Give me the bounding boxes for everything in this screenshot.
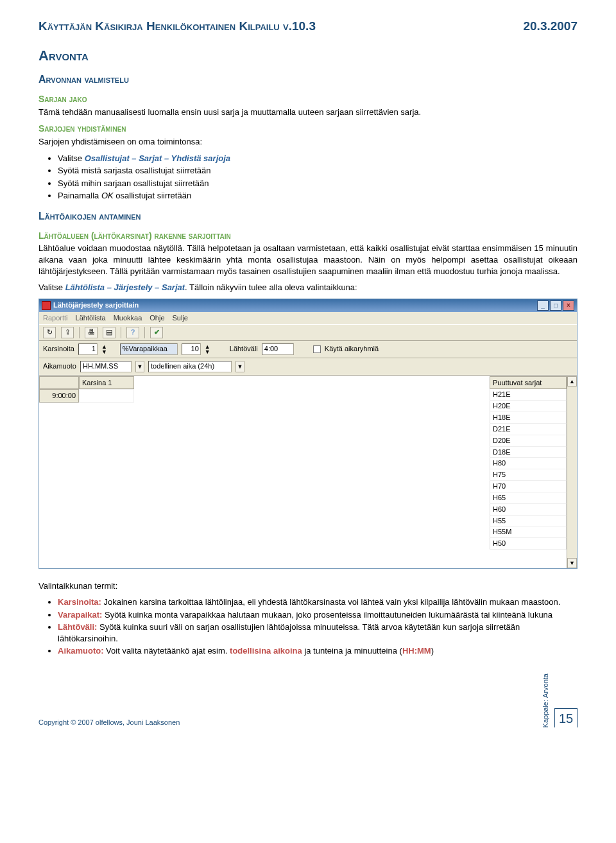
toolbar: ↻ ⇪ 🖶 ▤ ? ✔ [39, 324, 577, 341]
app-icon [42, 301, 51, 310]
minimize-button[interactable]: _ [537, 300, 549, 311]
close-button[interactable]: × [563, 300, 574, 311]
varapaikka-label-box[interactable]: %Varapaikkaa [120, 343, 178, 355]
list-item: Karsinoita: Jokainen karsina tarkoittaa … [58, 596, 578, 608]
lahtoalue-p1: Lähtöalue voidaan muodostaa näytöllä. Tä… [38, 243, 578, 277]
menu-path: Lähtölista – Järjestely – Sarjat [65, 282, 185, 292]
menubar: Raportti Lähtölista Muokkaa Ohje Sulje [39, 312, 577, 324]
export-icon[interactable]: ⇪ [61, 327, 74, 338]
vertical-scrollbar[interactable]: ▲ ▼ [567, 376, 577, 568]
document-header: Käyttäjän Käsikirja Henkilökohtainen Kil… [38, 18, 578, 35]
copyright: Copyright © 2007 olfellows, Jouni Laakso… [38, 718, 180, 727]
aikamuoto-mode-select[interactable]: todellinen aika (24h) [148, 361, 232, 372]
list-item[interactable]: H75 [490, 469, 567, 481]
doc-date: 20.3.2007 [523, 18, 578, 35]
menu-item-muokkaa[interactable]: Muokkaa [114, 313, 142, 323]
varapaikka-input[interactable]: 10 [182, 343, 201, 355]
scroll-up-icon[interactable]: ▲ [567, 376, 577, 387]
col-header-karsina[interactable]: Karsina 1 [79, 376, 134, 390]
chevron-down-icon[interactable]: ▼ [135, 361, 144, 372]
apply-icon[interactable]: ✔ [150, 327, 163, 338]
refresh-icon[interactable]: ↻ [43, 327, 56, 338]
menu-path: Osallistujat – Sarjat – Yhdistä sarjoja [85, 153, 230, 163]
list-item: Painamalla OK osallistujat siirretään [58, 190, 578, 202]
spinner-icon[interactable]: ▲▼ [101, 344, 107, 354]
spinner-icon[interactable]: ▲▼ [205, 344, 210, 354]
list-item: Valitse Osallistujat – Sarjat – Yhdistä … [58, 153, 578, 164]
sarjojen-intro: Sarjojen yhdistämiseen on oma toimintons… [38, 136, 578, 148]
list-item: Syötä mistä sarjasta osallistujat siirre… [58, 165, 578, 177]
params-row-2: Aikamuoto HH.MM.SS ▼ todellinen aika (24… [39, 358, 577, 376]
lahtoalue-p2: Valitse Lähtölista – Järjestely – Sarjat… [38, 282, 578, 293]
label-lahtovali: Lähtöväli [230, 344, 258, 354]
list-item[interactable]: H70 [490, 481, 567, 492]
section-heading-arvonta: Arvonta [38, 46, 578, 65]
embedded-window: Lähtöjärjestely sarjoittain _ □ × Raport… [38, 299, 578, 569]
list-item: Varapaikat: Syötä kuinka monta varapaikk… [58, 609, 578, 621]
heading-lahtoalue: Lähtöalueen (lähtökarsinat) rakenne sarj… [38, 230, 578, 242]
list-item[interactable]: H55M [490, 526, 567, 538]
sarjan-jako-text: Tämä tehdään manuaalisesti luomalla ensi… [38, 107, 578, 118]
list-item[interactable]: H50 [490, 538, 567, 550]
kayta-aikaryhmia-checkbox[interactable] [313, 345, 321, 353]
lahtovali-input[interactable]: 4:00 [262, 343, 294, 355]
karsinoita-input[interactable]: 1 [78, 343, 98, 355]
print-icon[interactable]: 🖶 [85, 327, 98, 338]
list-item[interactable]: H55 [490, 516, 567, 527]
list-item[interactable]: H65 [490, 492, 567, 504]
params-row-1: Karsinoita 1 ▲▼ %Varapaikkaa 10 ▲▼ Lähtö… [39, 341, 577, 358]
heading-sarjan-jako: Sarjan jako [38, 93, 578, 105]
window-title: Lähtöjärjestely sarjoittain [53, 300, 139, 310]
help-icon[interactable]: ? [126, 327, 139, 338]
subsection-lahtoaikojen: Lähtöaikojen antaminen [38, 209, 578, 223]
list-item[interactable]: H18E [490, 412, 567, 424]
kappale-sidebar: Kappale: Arvonta [541, 672, 551, 727]
term-label: Lähtöväli: [58, 622, 97, 632]
list-item: Aikamuoto: Voit valita näytetäänkö ajat … [58, 645, 578, 657]
page-footer: Copyright © 2007 olfellows, Jouni Laakso… [38, 672, 578, 727]
list-item: Lähtöväli: Syötä kuinka suuri väli on sa… [58, 621, 578, 644]
missing-series-panel: Puuttuvat sarjat H21E H20E H18E D21E D20… [490, 376, 567, 568]
doc-title: Käyttäjän Käsikirja Henkilökohtainen Kil… [38, 18, 316, 35]
menu-item-ohje[interactable]: Ohje [150, 313, 164, 323]
scroll-down-icon[interactable]: ▼ [567, 558, 577, 568]
aikamuoto-format-select[interactable]: HH.MM.SS [80, 361, 132, 372]
terms-intro: Valintaikkunan termit: [38, 580, 578, 592]
right-header: Puuttuvat sarjat [490, 376, 567, 390]
grid-area: Karsina 1 9:00:00 Puuttuvat sarjat H21E … [39, 376, 577, 568]
maximize-button[interactable]: □ [550, 300, 561, 311]
menu-item-raportti[interactable]: Raportti [43, 313, 68, 323]
sarjojen-steps-list: Valitse Osallistujat – Sarjat – Yhdistä … [58, 153, 578, 202]
list-item[interactable]: H80 [490, 458, 567, 469]
term-label: Karsinoita: [58, 597, 101, 607]
preview-icon[interactable]: ▤ [103, 327, 116, 338]
menu-item-lahtolista[interactable]: Lähtölista [76, 313, 106, 323]
list-item[interactable]: H60 [490, 504, 567, 516]
label-kayta-aikaryhmia: Käytä aikaryhmiä [325, 344, 379, 354]
subsection-valmistelu: Arvonnan valmistelu [38, 73, 578, 87]
list-item[interactable]: D18E [490, 447, 567, 458]
list-item: Syötä mihin sarjaan osallistujat siirret… [58, 178, 578, 189]
time-cell[interactable]: 9:00:00 [39, 389, 79, 403]
terms-list: Karsinoita: Jokainen karsina tarkoittaa … [58, 596, 578, 657]
label-karsinoita: Karsinoita [43, 344, 74, 354]
heading-sarjojen-yhdistaminen: Sarjojen yhdistäminen [38, 123, 578, 135]
menu-item-sulje[interactable]: Sulje [173, 313, 188, 323]
term-label: Aikamuoto: [58, 646, 104, 656]
window-titlebar[interactable]: Lähtöjärjestely sarjoittain _ □ × [39, 299, 577, 312]
chevron-down-icon[interactable]: ▼ [235, 361, 244, 372]
ok-ref: OK [101, 191, 114, 200]
page-number: 15 [554, 708, 578, 727]
list-item[interactable]: H21E [490, 389, 567, 401]
list-item[interactable]: H20E [490, 401, 567, 412]
term-label: Varapaikat: [58, 610, 102, 620]
list-item[interactable]: D20E [490, 435, 567, 447]
list-item[interactable]: D21E [490, 424, 567, 435]
label-aikamuoto: Aikamuoto [43, 361, 76, 371]
